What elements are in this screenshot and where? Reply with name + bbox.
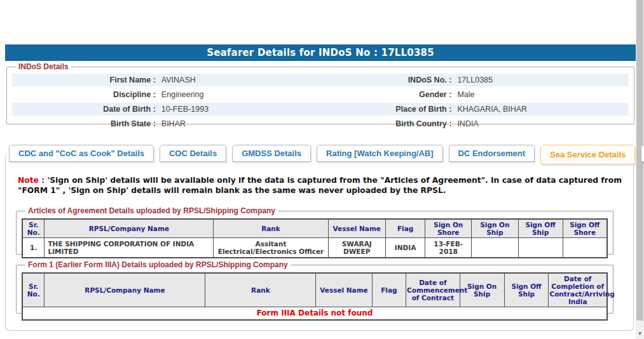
cell-vessel-name: SWARAJ DWEEP [328,238,385,258]
form1-empty-row: Form IIIA Details not found [22,307,607,320]
col-vessel-name: Vessel Name [328,219,385,238]
gender-label: Gender : [327,90,456,99]
cell-sign-on-ship [472,238,519,258]
place-of-birth-label: Place of Birth : [327,105,456,114]
birth-state-value: BIHAR [160,119,327,128]
cell-sign-off-shore [563,238,607,258]
place-of-birth-value: KHAGARIA, BIHAR [456,105,629,114]
indos-row-birth: Date of Birth : 10-FEB-1993 Place of Bir… [12,103,629,116]
tab-bar: CDC and "CoC as Cook" Details COC Detail… [9,145,644,164]
discipline-label: Discipline : [12,90,160,99]
tab-rating-watch-keeping-ab[interactable]: Rating [Watch Keeping/AB] [317,145,443,162]
page-title: Seafarer Details for INDoS No : 17LL0385 [207,47,434,58]
note-body: 'Sign on Ship' details will be available… [18,176,622,195]
first-name-label: First Name : [12,76,160,84]
col-date-commencement-contract: Date of Commencement of Contract [406,273,460,307]
page-title-bar: Seafarer Details for INDoS No : 17LL0385 [5,44,636,61]
dob-label: Date of Birth : [12,105,160,114]
tab-sea-service-details[interactable]: Sea Service Details [540,145,635,164]
indos-row-discipline: Discipline : Engineering Gender : Male [12,88,629,101]
indos-no-value: 17LL0385 [456,76,629,84]
col-sign-off-shore: Sign Off Shore [563,219,607,238]
form1-fieldset: Form 1 (Earlier Form IIIA) Details uploa… [16,260,613,314]
col-flag: Flag [372,273,406,307]
scrollbar-down-button[interactable]: ▼ [636,328,644,339]
cell-sign-off-ship [518,238,563,258]
indos-no-label: INDoS No. : [327,76,456,84]
form-iiia-not-found-message: Form IIIA Details not found [22,307,607,320]
col-vessel-name: Vessel Name [316,273,372,307]
col-sign-off-ship: Sign Off Ship [504,273,549,307]
tab-dc-endorsement[interactable]: DC Endorsement [449,145,535,162]
chevron-down-icon: ▼ [638,331,643,336]
col-rpsl-company-name: RPSL/Company Name [45,219,214,238]
seafarer-details-page: Seafarer Details for INDoS No : 17LL0385… [0,0,644,339]
birth-state-label: Birth State : [12,119,160,128]
indos-row-name: First Name : AVINASH INDoS No. : 17LL038… [12,74,629,86]
col-date-completion-contract: Date of Completion of Contract/Arriving … [549,273,607,307]
tab-cdc-coc-cook-details[interactable]: CDC and "CoC as Cook" Details [9,145,154,162]
tab-gmdss-details[interactable]: GMDSS Details [232,145,311,162]
note-prefix: Note : [18,176,45,185]
form1-table: Sr. No. RPSL/Company Name Rank Vessel Na… [22,272,608,321]
first-name-value: AVINASH [160,76,327,84]
vertical-scrollbar[interactable]: ▼ [636,0,644,339]
articles-of-agreement-table: Sr. No. RPSL/Company Name Rank Vessel Na… [22,218,608,258]
articles-of-agreement-legend: Articles of Agreement Details uploaded b… [25,206,278,215]
sign-on-ship-note: Note : 'Sign on Ship' details will be av… [18,176,622,196]
cell-sr-no: 1. [22,238,45,258]
discipline-value: Engineering [160,90,327,99]
col-sign-on-ship: Sign On Ship [472,219,519,238]
gender-value: Male [456,90,629,99]
cell-sign-on-shore: 13-FEB-2018 [425,238,472,258]
tab-training-details[interactable]: Training Details [641,145,644,162]
indos-row-state: Birth State : BIHAR Birth Country : INDI… [12,117,629,130]
birth-country-label: Birth Country : [327,119,456,128]
cell-flag: INDIA [385,238,425,258]
form1-legend: Form 1 (Earlier Form IIIA) Details uploa… [25,260,291,269]
agreement-header-row: Sr. No. RPSL/Company Name Rank Vessel Na… [22,219,607,238]
col-sr-no: Sr. No. [22,219,45,238]
tab-coc-details[interactable]: COC Details [160,145,226,162]
col-sign-off-ship: Sign Off Ship [518,219,563,238]
col-flag: Flag [385,219,425,238]
col-rpsl-company-name: RPSL/Company Name [45,273,205,307]
col-rank: Rank [205,273,316,307]
cell-rank: Assitant Electrical/Electronics Officer [214,238,328,258]
birth-country-value: INDIA [456,119,629,128]
form1-header-row: Sr. No. RPSL/Company Name Rank Vessel Na… [22,273,607,307]
col-rank: Rank [214,219,328,238]
col-sign-on-shore: Sign On Shore [425,219,472,238]
indos-details-legend: INDoS Details [16,62,71,71]
indos-details-fieldset: INDoS Details First Name : AVINASH INDoS… [6,62,634,124]
articles-of-agreement-fieldset: Articles of Agreement Details uploaded b… [16,206,613,255]
agreement-data-row: 1. THE SHIPPING CORPORATION OF INDIA LIM… [22,238,607,258]
col-sr-no: Sr. No. [22,273,45,307]
cell-company-name: THE SHIPPING CORPORATION OF INDIA LIMITE… [45,238,214,258]
dob-value: 10-FEB-1993 [160,105,327,114]
